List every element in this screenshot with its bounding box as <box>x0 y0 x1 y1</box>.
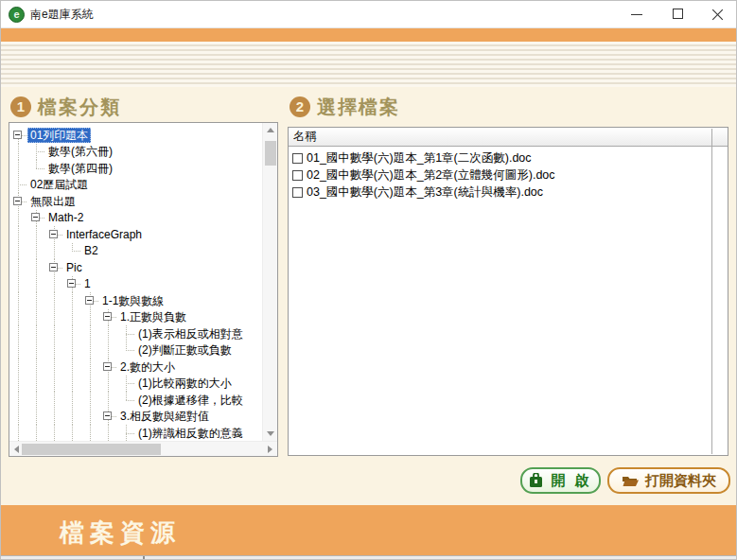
tree-node[interactable]: (1)比較兩數的大小 <box>9 376 262 393</box>
tree-node[interactable]: 1.正數與負數 <box>9 309 262 326</box>
tree-node-label[interactable]: B2 <box>81 243 101 258</box>
horizontal-scroll-thumb[interactable] <box>22 444 161 455</box>
tree-guide-line <box>45 276 63 293</box>
tree-node-label[interactable]: (2)根據遞移律，比較 <box>135 393 246 408</box>
collapse-icon[interactable] <box>31 213 40 221</box>
tree-node[interactable]: B2 <box>9 243 262 260</box>
tree-node[interactable]: InterfaceGraph <box>9 226 262 243</box>
collapse-icon[interactable] <box>49 230 58 238</box>
collapse-icon[interactable] <box>13 197 22 205</box>
tree-connector <box>99 309 117 326</box>
maximize-button[interactable] <box>662 1 694 27</box>
file-row[interactable]: 01_國中數學(六)題本_第1章(二次函數).doc <box>289 149 728 166</box>
tree-guide-line <box>9 259 27 276</box>
collapse-icon[interactable] <box>103 312 112 321</box>
tree-node-label[interactable]: 無限出題 <box>27 194 79 209</box>
tree-node-label[interactable]: 2.數的大小 <box>117 359 178 375</box>
tree-node[interactable]: 2.數的大小 <box>9 359 262 376</box>
tree-vertical-scrollbar[interactable] <box>262 123 277 441</box>
collapse-icon[interactable] <box>103 362 112 371</box>
tree-node-label[interactable]: Pic <box>63 260 85 275</box>
minimize-icon <box>631 14 642 15</box>
collapse-icon[interactable] <box>103 411 112 420</box>
collapse-icon[interactable] <box>85 296 94 305</box>
tree-node[interactable]: Math-2 <box>9 210 262 227</box>
tree-connector <box>45 226 63 243</box>
category-tree-panel: 01列印題本數學(第六冊)數學(第四冊)02歷屆試題無限出題Math-2Inte… <box>9 122 278 457</box>
tree-guide-line <box>45 409 63 426</box>
collapse-icon[interactable] <box>13 131 22 139</box>
tree-node-label[interactable]: 02歷屆試題 <box>27 177 91 192</box>
tree-node[interactable]: (1)表示相反或相對意 <box>9 325 262 342</box>
tree-connector <box>117 376 135 393</box>
tree-connector <box>45 259 63 276</box>
tree-guide-line <box>27 259 45 276</box>
scroll-left-icon[interactable] <box>14 446 19 453</box>
tree-node-label[interactable]: (1)表示相反或相對意 <box>135 326 246 341</box>
tree-node-label[interactable]: (2)判斷正數或負數 <box>135 342 235 358</box>
tree-node-label[interactable]: 1 <box>81 276 94 291</box>
scroll-down-icon[interactable] <box>267 431 274 436</box>
tree-node[interactable]: (2)根據遞移律，比較 <box>9 392 262 409</box>
tree-guide-line <box>27 309 45 326</box>
tree-guide-line <box>99 425 117 441</box>
minus-glyph <box>69 283 74 284</box>
tree-node[interactable]: Pic <box>9 259 262 276</box>
section-title-classification: 檔案分類 <box>38 95 121 120</box>
tree-node[interactable]: (1)辨識相反數的意義 <box>9 425 262 441</box>
tree-node-label[interactable]: 1.正數與負數 <box>117 309 189 324</box>
tree-node[interactable]: 無限出題 <box>9 193 262 210</box>
file-row[interactable]: 03_國中數學(六)題本_第3章(統計與機率).doc <box>289 184 728 201</box>
collapse-icon[interactable] <box>67 279 76 288</box>
tree-guide-line <box>81 325 99 342</box>
open-folder-button[interactable]: 打開資料夾 <box>607 467 730 494</box>
collapse-icon[interactable] <box>49 263 58 271</box>
tree-node-label[interactable]: Math-2 <box>45 210 86 225</box>
tree-guide-line <box>27 325 45 342</box>
file-row[interactable]: 02_國中數學(六)題本_第2章(立體幾何圖形).doc <box>289 166 728 184</box>
vertical-scroll-thumb[interactable] <box>265 141 276 166</box>
section-header-classification: 1 檔案分類 <box>10 95 121 119</box>
tree-guide-line <box>9 409 27 426</box>
tree-node[interactable]: 3.相反數與絕對值 <box>9 409 262 426</box>
tree-connector <box>27 144 45 161</box>
tree-node-label[interactable]: 1-1數與數線 <box>99 293 167 308</box>
tree-node[interactable]: 1-1數與數線 <box>9 292 262 309</box>
minus-glyph <box>51 267 56 268</box>
tree-node-label[interactable]: 數學(第六冊) <box>45 144 115 159</box>
tree-node[interactable]: 01列印題本 <box>9 127 262 144</box>
scroll-right-icon[interactable] <box>268 446 272 453</box>
file-checkbox[interactable] <box>292 170 303 181</box>
open-button[interactable]: 開 啟 <box>520 467 601 494</box>
orange-band <box>1 28 737 42</box>
file-checkbox[interactable] <box>292 153 303 164</box>
tree-guide-line <box>45 342 63 359</box>
tree-node[interactable]: 1 <box>9 276 262 293</box>
tree-guide-line <box>9 359 27 376</box>
tree-node-label[interactable]: 01列印題本 <box>27 128 91 143</box>
tree-node[interactable]: 數學(第四冊) <box>9 160 262 177</box>
minus-glyph <box>105 316 110 317</box>
tree-guide-line <box>45 376 63 393</box>
open-folder-button-label: 打開資料夾 <box>645 472 716 490</box>
tree-guide-line <box>63 342 81 359</box>
close-button[interactable] <box>702 1 734 27</box>
tree-guide-line <box>45 309 63 326</box>
tree-node-label[interactable]: 數學(第四冊) <box>45 161 115 176</box>
tree-guide-line <box>27 292 45 309</box>
scroll-up-icon[interactable] <box>267 128 274 132</box>
tree-node[interactable]: 02歷屆試題 <box>9 177 262 194</box>
tree-node-label[interactable]: InterfaceGraph <box>63 227 145 242</box>
tree-horizontal-scrollbar[interactable] <box>9 441 277 456</box>
tree-guide-line <box>45 325 63 342</box>
tree-node-label[interactable]: (1)比較兩數的大小 <box>135 376 235 391</box>
tree-guide-line <box>63 325 81 342</box>
minimize-button[interactable] <box>621 1 653 27</box>
tree-node[interactable]: (2)判斷正數或負數 <box>9 342 262 359</box>
tree-guide-line <box>63 359 81 376</box>
tree-node-label[interactable]: (1)辨識相反數的意義 <box>135 426 246 441</box>
list-column-header[interactable]: 名稱 <box>289 128 728 147</box>
tree-node[interactable]: 數學(第六冊) <box>9 144 262 161</box>
tree-node-label[interactable]: 3.相反數與絕對值 <box>117 409 212 424</box>
file-checkbox[interactable] <box>292 187 303 198</box>
